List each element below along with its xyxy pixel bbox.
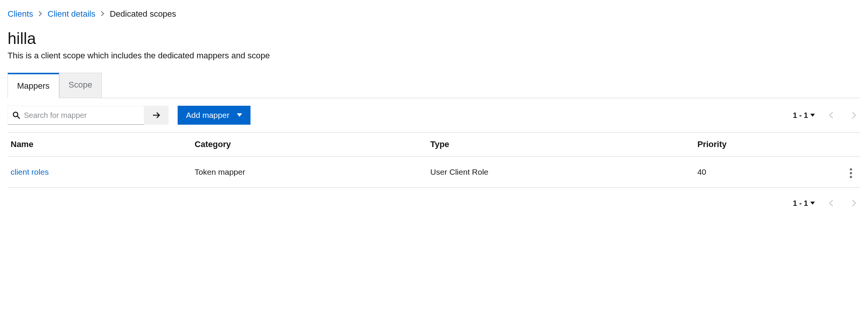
table-row: client roles Token mapper User Client Ro…: [8, 157, 860, 188]
search-icon: [13, 111, 20, 119]
mapper-type: User Client Role: [427, 157, 695, 188]
col-name: Name: [8, 133, 192, 157]
caret-down-icon: [810, 202, 815, 205]
pagination-prev[interactable]: [825, 109, 838, 122]
pagination-range-select[interactable]: 1 - 1: [793, 199, 815, 208]
add-mapper-label: Add mapper: [186, 111, 229, 120]
tab-mappers[interactable]: Mappers: [8, 73, 59, 98]
search-submit-button[interactable]: [144, 106, 169, 125]
page-title: hilla: [8, 30, 860, 48]
chevron-left-icon: [829, 200, 833, 207]
pagination-range-label: 1 - 1: [793, 111, 808, 120]
pagination-bottom-wrap: 1 - 1: [8, 188, 860, 219]
breadcrumb-client-details[interactable]: Client details: [47, 9, 95, 19]
arrow-right-icon: [152, 111, 161, 119]
tab-scope[interactable]: Scope: [59, 73, 102, 98]
toolbar: Add mapper 1 - 1: [8, 98, 860, 132]
breadcrumb-clients[interactable]: Clients: [8, 9, 33, 19]
col-type: Type: [427, 133, 695, 157]
mappers-table: Name Category Type Priority client roles…: [8, 132, 860, 188]
pagination-next[interactable]: [848, 109, 860, 122]
search-input-wrap: [8, 106, 144, 125]
pagination-top: 1 - 1: [793, 109, 860, 122]
page-description: This is a client scope which includes th…: [8, 51, 860, 61]
tabs: Mappers Scope: [8, 73, 860, 98]
chevron-right-icon: [852, 200, 856, 207]
breadcrumb: Clients Client details Dedicated scopes: [8, 9, 860, 19]
search-input[interactable]: [24, 111, 139, 120]
pagination-next[interactable]: [848, 197, 860, 210]
add-mapper-button[interactable]: Add mapper: [178, 106, 250, 125]
col-priority: Priority: [694, 133, 841, 157]
breadcrumb-current: Dedicated scopes: [110, 9, 176, 19]
col-category: Category: [192, 133, 427, 157]
mapper-priority: 40: [694, 157, 841, 188]
caret-down-icon: [810, 114, 815, 117]
mapper-category: Token mapper: [192, 157, 427, 188]
svg-line-1: [17, 116, 20, 119]
pagination-range-select[interactable]: 1 - 1: [793, 111, 815, 120]
caret-down-icon: [237, 113, 242, 117]
chevron-right-icon: [101, 10, 104, 18]
chevron-right-icon: [38, 10, 42, 18]
pagination-prev[interactable]: [825, 197, 838, 210]
row-actions-menu[interactable]: [848, 166, 854, 180]
svg-point-0: [13, 112, 18, 117]
pagination-bottom: 1 - 1: [793, 197, 860, 210]
chevron-right-icon: [852, 112, 856, 119]
pagination-range-label: 1 - 1: [793, 199, 808, 208]
col-actions: [841, 133, 860, 157]
search-group: [8, 106, 169, 125]
chevron-left-icon: [829, 112, 833, 119]
mapper-name-link[interactable]: client roles: [11, 168, 49, 176]
